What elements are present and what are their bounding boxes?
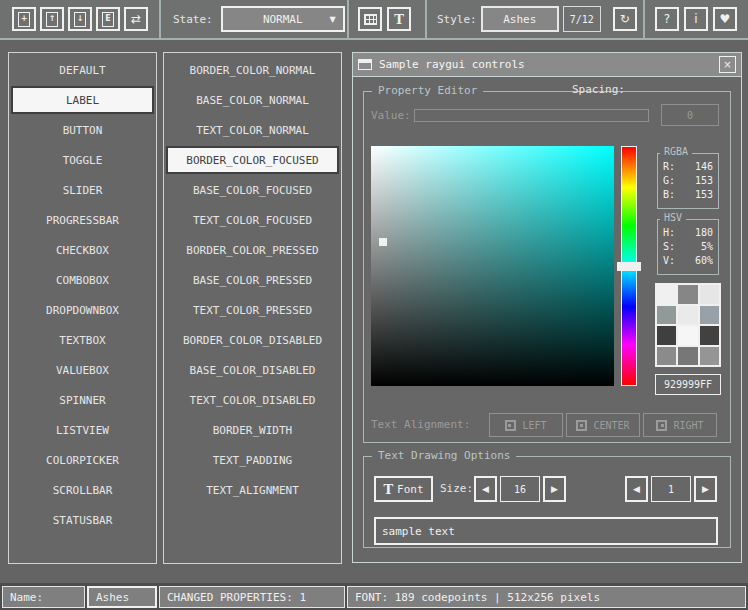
property-list-item[interactable]: BORDER_COLOR_NORMAL xyxy=(166,56,339,84)
style-color-palette xyxy=(655,283,721,367)
property-list-item[interactable]: TEXT_COLOR_PRESSED xyxy=(166,296,339,324)
control-list-item[interactable]: LABEL xyxy=(11,86,154,114)
palette-swatch[interactable] xyxy=(700,326,719,345)
window-close-button[interactable]: × xyxy=(719,56,736,73)
align-right-button[interactable]: RIGHT xyxy=(643,413,717,437)
export-style-button[interactable]: E xyxy=(96,7,120,31)
property-list-item[interactable]: BASE_COLOR_NORMAL xyxy=(166,86,339,114)
text-alignment-buttons: LEFT CENTER RIGHT xyxy=(489,413,717,437)
hue-slider[interactable] xyxy=(621,146,637,386)
spacing-label: Spacing: xyxy=(572,77,625,103)
property-list-item[interactable]: TEXT_PADDING xyxy=(166,446,339,474)
size-value-box[interactable]: 16 xyxy=(500,476,540,502)
text-drawing-options-title: Text Drawing Options xyxy=(372,449,516,462)
style-table-button[interactable] xyxy=(358,7,382,31)
palette-swatch[interactable] xyxy=(700,285,719,304)
toolbar-help-section: ? i ♥ xyxy=(645,0,748,38)
style-name-button[interactable]: Ashes xyxy=(481,6,559,32)
size-label: Size: xyxy=(440,476,473,502)
spacing-value-box[interactable]: 1 xyxy=(651,476,691,502)
control-list-item[interactable]: TEXTBOX xyxy=(11,326,154,354)
style-name-input[interactable]: Ashes xyxy=(87,586,157,608)
help-button[interactable]: ? xyxy=(655,7,679,31)
info-button[interactable]: i xyxy=(684,7,708,31)
palette-swatch[interactable] xyxy=(678,306,697,325)
control-list-item[interactable]: VALUEBOX xyxy=(11,356,154,384)
control-list-item[interactable]: LISTVIEW xyxy=(11,416,154,444)
value-slider[interactable] xyxy=(414,109,649,122)
palette-swatch[interactable] xyxy=(657,285,676,304)
palette-swatch[interactable] xyxy=(678,347,697,366)
align-left-button[interactable]: LEFT xyxy=(489,413,563,437)
control-list-item[interactable]: PROGRESSBAR xyxy=(11,206,154,234)
control-list-item[interactable]: SCROLLBAR xyxy=(11,476,154,504)
align-center-button[interactable]: CENTER xyxy=(566,413,640,437)
control-list-item[interactable]: COLORPICKER xyxy=(11,446,154,474)
palette-swatch[interactable] xyxy=(700,347,719,366)
spacing-increase-button[interactable]: ▶ xyxy=(694,476,717,502)
palette-swatch[interactable] xyxy=(700,306,719,325)
state-label: State: xyxy=(173,13,213,26)
control-list-item[interactable]: CHECKBOX xyxy=(11,236,154,264)
font-atlas-button[interactable]: T xyxy=(387,7,411,31)
property-list-item[interactable]: BORDER_WIDTH xyxy=(166,416,339,444)
close-icon: × xyxy=(723,59,731,70)
property-list-item[interactable]: TEXT_COLOR_DISABLED xyxy=(166,386,339,414)
property-list-item[interactable]: BORDER_COLOR_PRESSED xyxy=(166,236,339,264)
load-style-button[interactable]: ↑ xyxy=(40,7,64,31)
shuffle-icon: ⇄ xyxy=(131,13,141,25)
size-increase-button[interactable]: ▶ xyxy=(543,476,566,502)
rgba-row-r: R: 146 xyxy=(663,160,713,174)
control-list-item[interactable]: STATUSBAR xyxy=(11,506,154,534)
property-list-item[interactable]: BORDER_COLOR_DISABLED xyxy=(166,326,339,354)
toolbar-state-section: State: NORMAL ▼ xyxy=(161,0,349,38)
toolbar-view-section: T xyxy=(349,0,427,38)
random-style-button[interactable]: ⇄ xyxy=(124,7,148,31)
font-button[interactable]: T Font xyxy=(374,476,433,502)
hex-color-input[interactable]: 929999FF xyxy=(655,374,721,395)
spacing-decrease-button[interactable]: ◀ xyxy=(625,476,648,502)
property-list-item[interactable]: BASE_COLOR_DISABLED xyxy=(166,356,339,384)
control-list-item[interactable]: COMBOBOX xyxy=(11,266,154,294)
style-index-box: 7/12 xyxy=(563,6,601,32)
control-list-item[interactable]: SLIDER xyxy=(11,176,154,204)
grid-icon xyxy=(364,14,377,25)
font-t-icon: T xyxy=(383,482,393,497)
property-list-item[interactable]: TEXT_COLOR_NORMAL xyxy=(166,116,339,144)
file-load-icon: ↑ xyxy=(46,12,58,27)
font-info-status: FONT: 189 codepoints | 512x256 pixels xyxy=(347,586,746,608)
state-dropdown[interactable]: NORMAL ▼ xyxy=(221,6,345,32)
property-list-item[interactable]: BORDER_COLOR_FOCUSED xyxy=(166,146,339,174)
palette-swatch[interactable] xyxy=(678,326,697,345)
new-style-button[interactable]: + xyxy=(12,7,36,31)
color-panel[interactable] xyxy=(371,146,614,386)
control-list-item[interactable]: BUTTON xyxy=(11,116,154,144)
save-style-button[interactable]: ↓ xyxy=(68,7,92,31)
size-decrease-button[interactable]: ◀ xyxy=(474,476,497,502)
property-list-item[interactable]: TEXT_COLOR_FOCUSED xyxy=(166,206,339,234)
property-list-item[interactable]: BASE_COLOR_PRESSED xyxy=(166,266,339,294)
palette-swatch[interactable] xyxy=(678,285,697,304)
control-list-item[interactable]: DROPDOWNBOX xyxy=(11,296,154,324)
palette-swatch[interactable] xyxy=(657,326,676,345)
sample-text-input[interactable]: sample text xyxy=(374,517,718,545)
value-box[interactable]: 0 xyxy=(661,104,719,126)
property-list-item[interactable]: BASE_COLOR_FOCUSED xyxy=(166,176,339,204)
sponsor-button[interactable]: ♥ xyxy=(713,7,737,31)
properties-listview: BORDER_COLOR_NORMALBASE_COLOR_NORMALTEXT… xyxy=(163,52,342,564)
info-icon: i xyxy=(694,13,697,25)
window-icon xyxy=(358,59,372,70)
window-titlebar[interactable]: Sample raygui controls × xyxy=(353,53,741,77)
control-list-item[interactable]: DEFAULT xyxy=(11,56,154,84)
control-list-item[interactable]: SPINNER xyxy=(11,386,154,414)
property-list-item[interactable]: TEXT_ALIGNMENT xyxy=(166,476,339,504)
hue-slider-handle[interactable] xyxy=(617,262,641,271)
reload-style-button[interactable]: ↻ xyxy=(613,7,637,31)
color-panel-cursor[interactable] xyxy=(379,238,387,246)
property-editor-title: Property Editor xyxy=(372,84,483,97)
palette-swatch[interactable] xyxy=(657,306,676,325)
align-right-label: RIGHT xyxy=(673,420,703,431)
controls-listview: DEFAULTLABELBUTTONTOGGLESLIDERPROGRESSBA… xyxy=(8,52,157,564)
palette-swatch[interactable] xyxy=(657,347,676,366)
control-list-item[interactable]: TOGGLE xyxy=(11,146,154,174)
